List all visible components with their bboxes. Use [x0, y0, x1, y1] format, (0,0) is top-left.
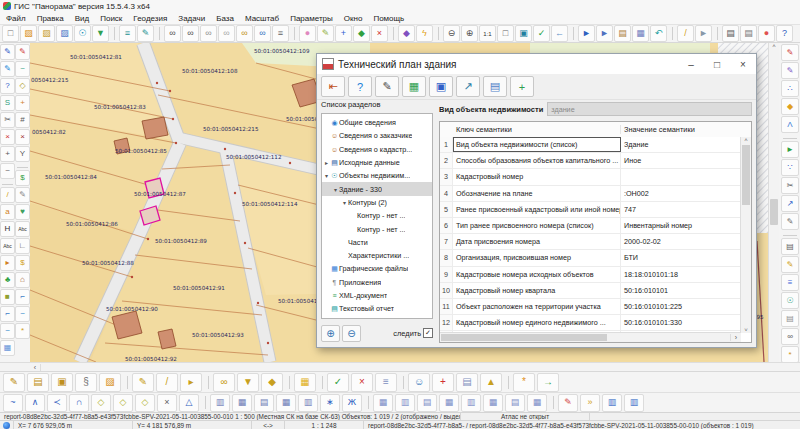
header-key-column[interactable]: Ключ семантики [453, 125, 621, 134]
object-kind-input[interactable] [547, 102, 752, 116]
pencil-violet-icon[interactable]: ✎ [781, 62, 799, 79]
semantic-key-cell[interactable]: Дата присвоения номера [453, 234, 621, 249]
map-layers-icon[interactable]: ≡ [119, 25, 136, 42]
pointer-frame-icon[interactable]: ► [596, 25, 613, 42]
tree-item-characteristics[interactable]: Характеристики ... [322, 249, 432, 262]
menu-геодезия[interactable]: Геодезия [133, 14, 167, 23]
xml-delete-icon[interactable]: × [351, 373, 373, 392]
text-abc-2-icon[interactable]: Abc [15, 221, 30, 237]
tree-item-text-report[interactable]: ▤Текстовый отчет [322, 302, 432, 315]
pointer-select-icon[interactable]: ► [578, 25, 595, 42]
scissors-icon[interactable]: ✂ [0, 112, 15, 128]
nav-undo-icon[interactable]: ↶ [650, 25, 667, 42]
open-folder-icon[interactable]: ▨ [20, 25, 37, 42]
topology-6-icon[interactable]: ▦ [483, 394, 503, 412]
node-triangle-icon[interactable]: △ [179, 394, 199, 412]
menu-помощь[interactable]: Помощь [373, 14, 404, 23]
scrollbar-thumb[interactable] [742, 145, 750, 205]
xml-grid-icon[interactable]: ▦ [294, 373, 316, 392]
settings-gear-icon[interactable]: * [15, 323, 30, 339]
semantics-doc-icon[interactable]: § [75, 373, 97, 392]
globe-layers-icon[interactable]: ☉ [781, 292, 799, 309]
close-button[interactable]: × [730, 59, 756, 70]
hydro-tap-icon[interactable]: ⌐ [0, 306, 15, 322]
layer-stairs-icon[interactable]: ≡ [781, 274, 799, 291]
semantic-value-cell[interactable]: 747 [621, 202, 741, 217]
tree-item-cadastre-info[interactable]: ☺Сведения о кадастр... [322, 143, 432, 156]
search-repeat-icon[interactable]: ∞ [200, 25, 217, 42]
menu-правка[interactable]: Правка [37, 14, 64, 23]
xml-measure-icon[interactable]: / [156, 373, 178, 392]
xml-badge-icon[interactable]: ◆ [261, 373, 283, 392]
spline-icon[interactable]: S [0, 95, 15, 111]
search-map-icon[interactable]: ∞ [781, 328, 799, 345]
topology-8-icon[interactable]: ▦ [527, 394, 547, 412]
money-gold-icon[interactable]: $ [15, 255, 30, 271]
grid-blue-a-icon[interactable]: ▥ [602, 394, 622, 412]
menu-файл[interactable]: Файл [6, 14, 26, 23]
table-row[interactable]: 4Обозначение на плане:ОН002 [440, 186, 741, 202]
tree-item-parts[interactable]: Части [322, 236, 432, 249]
branch-y-icon[interactable]: Y [15, 146, 30, 162]
move-object-icon[interactable]: + [15, 95, 30, 111]
table-row[interactable]: 1Вид объекта недвижимости (список)Здание [440, 137, 741, 153]
topology-2-icon[interactable]: ▥ [395, 394, 415, 412]
pencil-red-icon[interactable]: ✎ [15, 44, 30, 60]
pencil-red-dots-icon[interactable]: ✎ [781, 44, 799, 61]
doc-template-icon[interactable]: ▤ [781, 310, 799, 327]
xml-apply-icon[interactable]: ✓ [327, 373, 349, 392]
menu-поиск[interactable]: Поиск [100, 14, 122, 23]
area-green-icon[interactable]: ♥ [15, 204, 30, 220]
search-yellow-icon[interactable]: ∞ [236, 25, 253, 42]
nodes-graph-icon[interactable]: ∵ [781, 159, 799, 176]
semantic-key-cell[interactable]: Обозначение на плане [453, 186, 621, 201]
menu-параметры[interactable]: Параметры [290, 14, 333, 23]
semantic-value-cell[interactable]: 50:16:010101 [621, 283, 741, 298]
semantic-value-cell[interactable]: :ОН002 [621, 186, 741, 201]
select-contour-icon[interactable]: ◇ [15, 78, 30, 94]
menu-вид[interactable]: Вид [75, 14, 89, 23]
tree-item-general-info[interactable]: ◉Общие сведения [322, 116, 432, 129]
object-list-icon[interactable]: ≡ [272, 25, 289, 42]
dlg-archive-icon[interactable]: ▣ [429, 76, 453, 97]
tree-item-building-330[interactable]: ▾Здание - 330 [322, 182, 432, 195]
route-edit-3-icon[interactable]: ▤ [254, 394, 274, 412]
pencil-question-icon[interactable]: ? [0, 78, 15, 94]
pencil-gray-icon[interactable]: ✎ [15, 187, 30, 203]
nodes-swap-a-icon[interactable]: ◇ [91, 394, 111, 412]
semantic-value-cell[interactable]: Иное [621, 153, 741, 168]
scrollbar-thumb[interactable] [441, 334, 607, 341]
open-geoportal-icon[interactable]: ☉ [74, 25, 91, 42]
map-vertical-scrollbar[interactable]: ˄ [768, 43, 779, 362]
zoom-in-icon[interactable]: ⊕ [461, 25, 478, 42]
delete-small-icon[interactable]: × [15, 129, 30, 145]
open-map-icon[interactable]: ▨ [38, 25, 55, 42]
topology-1-icon[interactable]: ▦ [373, 394, 393, 412]
select-add-icon[interactable]: + [335, 25, 352, 42]
search-gray-icon[interactable]: ∞ [218, 25, 235, 42]
build-house-icon[interactable]: ⌂ [15, 272, 30, 288]
scroll-right-icon[interactable]: › [730, 334, 741, 341]
table-vertical-scrollbar[interactable]: ˄ ˅ [740, 137, 751, 333]
semantic-value-cell[interactable]: 18:18:010101:18 [621, 267, 741, 282]
print-map-icon[interactable]: ▤ [781, 238, 799, 255]
zoom-out-icon[interactable]: ⊖ [443, 25, 460, 42]
node-bend-icon[interactable]: ≺ [47, 394, 67, 412]
menu-задачи[interactable]: Задачи [178, 14, 205, 23]
xml-flag-icon[interactable]: ▸ [180, 373, 202, 392]
build-truck-icon[interactable]: ■ [0, 289, 15, 305]
xml-hand-icon[interactable]: ▲ [480, 373, 502, 392]
route-edit-1-icon[interactable]: ▥ [210, 394, 230, 412]
tree-zoom-in-icon[interactable]: ⊕ [321, 325, 340, 342]
header-value-column[interactable]: Значение семантики [621, 125, 751, 134]
node-curve-icon[interactable]: ∩ [69, 394, 89, 412]
topology-3-icon[interactable]: ▤ [417, 394, 437, 412]
relief-wave-icon[interactable]: ~ [0, 323, 15, 339]
print-icon[interactable]: ▤ [722, 25, 739, 42]
xml-sign-icon[interactable]: ✎ [132, 373, 154, 392]
scrollbar-thumb[interactable] [770, 199, 778, 225]
spline-green-icon[interactable]: ~ [15, 61, 30, 77]
table-row[interactable]: 7Дата присвоения номера2000-02-02 [440, 234, 741, 250]
tree-item-customer-info[interactable]: ☺Сведения о заказчике [322, 129, 432, 142]
context-help-icon[interactable]: ? [776, 25, 793, 42]
